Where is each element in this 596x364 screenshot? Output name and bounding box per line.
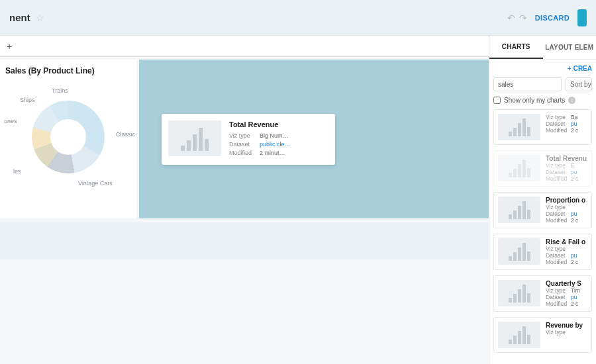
create-chart-button[interactable]: + CREA <box>489 60 596 77</box>
chart-thumbnail-icon <box>498 197 540 223</box>
header-bar: nent ☆ ↶ ↷ DISCARD <box>0 0 596 36</box>
chart-thumbnail-icon <box>498 155 540 181</box>
discard-button[interactable]: DISCARD <box>535 14 570 22</box>
add-tab-icon[interactable]: + <box>7 41 12 52</box>
chart-thumbnail-icon <box>168 120 221 156</box>
drag-chart-card[interactable]: Total Revenue Viz typeBig Num… Datasetpu… <box>162 114 335 165</box>
chart-list: Viz typeBaDatasetpuModified2 cTotal Reve… <box>489 109 596 364</box>
chart-panel-donut[interactable]: Sales (By Product Line) Trains Ships one… <box>0 60 136 218</box>
card-title: Total Revenue <box>229 120 328 128</box>
drop-zone[interactable]: Total Revenue Viz typeBig Num… Datasetpu… <box>139 60 489 218</box>
list-item[interactable]: Viz typeBaDatasetpuModified2 c <box>493 109 592 145</box>
donut-chart-icon <box>32 101 105 173</box>
list-item-title: Quarterly S <box>546 280 587 287</box>
save-button[interactable] <box>577 9 587 26</box>
search-input[interactable] <box>493 77 562 91</box>
list-item[interactable]: Revenue byViz type <box>493 317 592 353</box>
redo-icon[interactable]: ↷ <box>519 13 527 23</box>
empty-row[interactable] <box>0 222 489 259</box>
chart-thumbnail-icon <box>498 280 540 306</box>
chart-thumbnail-icon <box>498 114 540 140</box>
info-icon[interactable]: i <box>568 97 575 104</box>
list-item[interactable]: Quarterly SViz typeTimDatasetpuModified2… <box>493 275 592 312</box>
list-item-title: Rise & Fall o <box>546 238 587 246</box>
tab-charts[interactable]: CHARTS <box>489 36 543 59</box>
show-my-charts-checkbox[interactable] <box>493 97 501 104</box>
list-item[interactable]: Rise & Fall oViz typeDatasetpuModified2 … <box>493 234 592 270</box>
right-sidebar: CHARTS LAYOUT ELEM + CREA Sort by r Show… <box>489 36 596 364</box>
list-item[interactable]: Total RevenuViz typeEDatasetpuModified2 … <box>493 150 592 187</box>
list-item-title: Total Revenu <box>546 155 587 162</box>
tabs-bar: + <box>0 36 489 57</box>
tab-layout-elements[interactable]: LAYOUT ELEM <box>543 36 597 59</box>
undo-icon[interactable]: ↶ <box>507 13 515 23</box>
list-item-title: Proportion o <box>546 197 587 204</box>
list-item-title: Revenue by <box>546 322 587 329</box>
list-item[interactable]: Proportion oViz typeDatasetpuModified2 c <box>493 192 592 228</box>
plus-icon: + <box>568 65 571 72</box>
chart-title: Sales (By Product Line) <box>5 66 131 75</box>
dashboard-canvas: + Sales (By Product Line) Trains Ships o… <box>0 36 489 364</box>
chart-thumbnail-icon <box>498 322 540 348</box>
show-my-charts-label: Show only my charts <box>504 97 565 104</box>
chart-thumbnail-icon <box>498 238 540 265</box>
sort-button[interactable]: Sort by r <box>566 77 592 91</box>
page-title: nent <box>9 12 30 23</box>
favorite-star-icon[interactable]: ☆ <box>36 13 44 23</box>
